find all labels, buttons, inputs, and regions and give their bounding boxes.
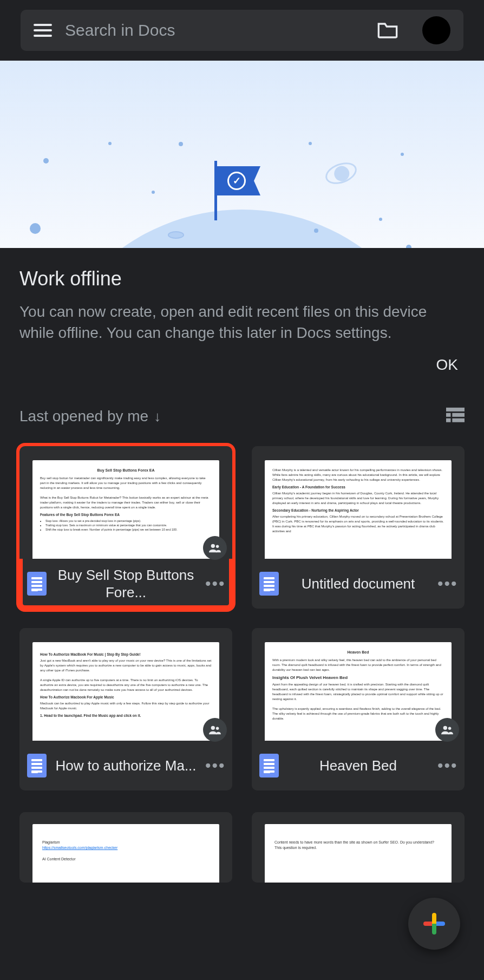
offline-hero-illustration <box>0 61 484 248</box>
plus-icon <box>423 913 445 935</box>
svg-rect-2 <box>452 413 465 417</box>
search-bar[interactable]: Search in Docs <box>21 10 463 51</box>
ok-button[interactable]: OK <box>436 356 458 374</box>
svg-point-10 <box>448 727 452 730</box>
new-document-fab[interactable] <box>408 898 460 950</box>
search-input[interactable]: Search in Docs <box>65 21 364 40</box>
svg-rect-0 <box>446 408 465 411</box>
document-thumbnail: Buy Sell Stop Buttons Forex EA Buy sell … <box>19 446 232 559</box>
document-thumbnail: How To Authorize MacBook For Music | Ste… <box>19 628 232 741</box>
topbar: Search in Docs <box>0 0 484 61</box>
more-options-icon[interactable]: ••• <box>437 574 457 593</box>
document-title: Heaven Bed <box>286 757 430 775</box>
document-card[interactable]: Heaven Bed With a premium modern look an… <box>252 628 465 790</box>
svg-rect-1 <box>446 413 451 417</box>
document-thumbnail: Content needs to have more words than th… <box>252 812 465 883</box>
document-thumbnail: Plagiarism https://smallseotools.com/pla… <box>19 812 232 883</box>
more-options-icon[interactable]: ••• <box>437 756 457 775</box>
sort-label: Last opened by me <box>19 408 148 425</box>
document-card[interactable]: How To Authorize MacBook For Music | Ste… <box>19 628 232 790</box>
shared-icon <box>203 536 227 560</box>
document-card[interactable]: Cillian Murphy is a talented and versati… <box>252 446 465 609</box>
document-card[interactable]: Plagiarism https://smallseotools.com/pla… <box>19 812 232 883</box>
document-thumbnail: Cillian Murphy is a talented and versati… <box>252 446 465 559</box>
avatar[interactable] <box>422 16 450 44</box>
more-options-icon[interactable]: ••• <box>205 574 225 593</box>
planet-icon <box>323 159 360 188</box>
sort-dropdown[interactable]: Last opened by me ↓ <box>19 408 161 425</box>
shared-icon <box>435 718 459 742</box>
document-title: Untitled document <box>286 575 430 593</box>
folder-icon[interactable] <box>377 20 398 41</box>
sort-row: Last opened by me ↓ <box>0 393 484 435</box>
svg-point-7 <box>211 726 215 730</box>
info-body: You can now create, open and edit recent… <box>19 301 465 343</box>
document-card[interactable]: Buy Sell Stop Buttons Forex EA Buy sell … <box>19 446 232 609</box>
svg-rect-3 <box>446 419 451 422</box>
svg-point-9 <box>443 726 447 730</box>
info-title: Work offline <box>19 267 465 290</box>
docs-file-icon <box>27 754 47 778</box>
svg-rect-4 <box>452 419 465 422</box>
flag-icon <box>217 166 260 195</box>
menu-icon[interactable] <box>34 24 52 37</box>
svg-point-6 <box>216 545 219 548</box>
documents-grid: Buy Sell Stop Buttons Forex EA Buy sell … <box>0 435 484 893</box>
document-card[interactable]: Content needs to have more words than th… <box>252 812 465 883</box>
work-offline-card: Work offline You can now create, open an… <box>0 248 484 393</box>
document-thumbnail: Heaven Bed With a premium modern look an… <box>252 628 465 741</box>
shared-icon <box>203 718 227 742</box>
docs-file-icon <box>259 754 279 778</box>
arrow-down-icon: ↓ <box>154 408 161 425</box>
svg-point-8 <box>216 727 219 730</box>
docs-file-icon <box>259 572 279 596</box>
more-options-icon[interactable]: ••• <box>205 756 225 775</box>
docs-file-icon <box>27 572 47 596</box>
svg-point-5 <box>211 544 215 548</box>
list-view-icon[interactable] <box>446 407 465 426</box>
document-title: Buy Sell Stop Buttons Fore... <box>54 566 198 602</box>
document-title: How to authorize Ma... <box>54 757 198 775</box>
